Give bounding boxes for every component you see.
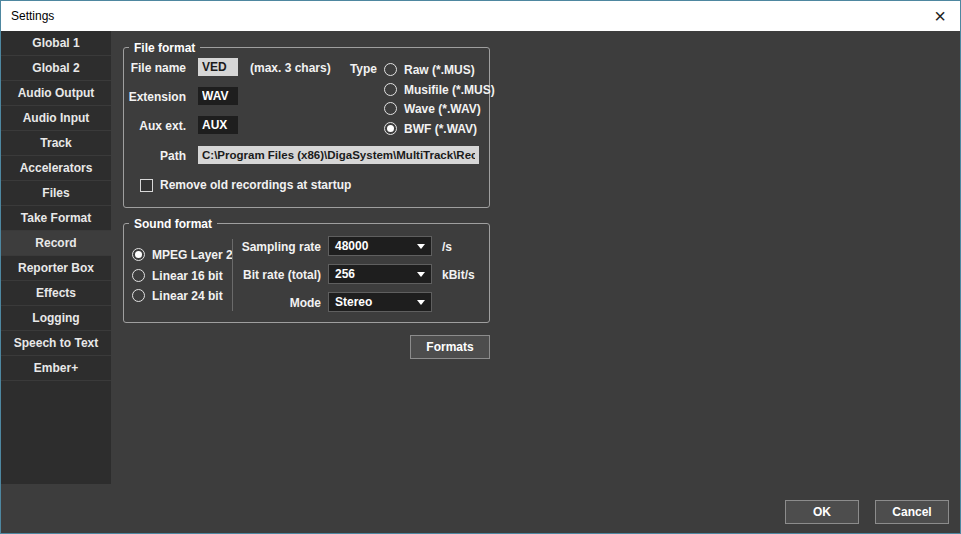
sampling-rate-label: Sampling rate <box>231 240 321 254</box>
cancel-button[interactable]: Cancel <box>875 500 949 524</box>
sidebar-item-reporter-box[interactable]: Reporter Box <box>1 256 111 281</box>
mode-label: Mode <box>231 296 321 310</box>
file-name-hint: (max. 3 chars) <box>250 61 331 75</box>
sidebar-item-logging[interactable]: Logging <box>1 306 111 331</box>
sidebar-item-global-2[interactable]: Global 2 <box>1 56 111 81</box>
file-name-input[interactable] <box>198 58 238 76</box>
sidebar-item-global-1[interactable]: Global 1 <box>1 31 111 56</box>
sidebar-item-take-format[interactable]: Take Format <box>1 206 111 231</box>
title-bar: Settings × <box>1 1 960 31</box>
radio-icon <box>384 63 397 76</box>
bit-rate-label: Bit rate (total) <box>231 268 321 282</box>
formats-button[interactable]: Formats <box>410 335 490 359</box>
radio-bwf-wav[interactable]: BWF (*.WAV) <box>384 121 477 136</box>
sidebar-item-speech-to-text[interactable]: Speech to Text <box>1 331 111 356</box>
ok-button[interactable]: OK <box>785 500 859 524</box>
sidebar: Global 1 Global 2 Audio Output Audio Inp… <box>1 31 111 484</box>
mode-select[interactable]: Stereo <box>328 292 432 312</box>
radio-wave-wav[interactable]: Wave (*.WAV) <box>384 101 481 116</box>
radio-icon <box>384 83 397 96</box>
sampling-rate-suffix: /s <box>442 240 452 254</box>
bit-rate-select[interactable]: 256 <box>328 264 432 284</box>
radio-icon <box>132 248 145 261</box>
chevron-down-icon <box>417 272 425 277</box>
sidebar-item-accelerators[interactable]: Accelerators <box>1 156 111 181</box>
radio-raw-mus[interactable]: Raw (*.MUS) <box>384 62 475 77</box>
bit-rate-suffix: kBit/s <box>442 268 475 282</box>
file-format-caption: File format <box>129 41 200 55</box>
extension-input[interactable] <box>198 87 238 105</box>
radio-icon <box>132 269 145 282</box>
sidebar-item-files[interactable]: Files <box>1 181 111 206</box>
radio-mpeg-layer-2[interactable]: MPEG Layer 2 <box>132 247 233 262</box>
checkbox-icon <box>140 179 153 192</box>
aux-ext-label: Aux ext. <box>113 119 186 133</box>
file-name-label: File name <box>113 61 186 75</box>
path-label: Path <box>113 149 186 163</box>
radio-musifile-mus[interactable]: Musifile (*.MUS) <box>384 82 495 97</box>
aux-ext-input[interactable] <box>198 116 238 134</box>
sidebar-item-effects[interactable]: Effects <box>1 281 111 306</box>
close-icon[interactable]: × <box>934 3 946 29</box>
sidebar-item-ember[interactable]: Ember+ <box>1 356 111 381</box>
radio-icon <box>384 102 397 115</box>
settings-window: Settings × Global 1 Global 2 Audio Outpu… <box>0 0 961 534</box>
sidebar-item-record[interactable]: Record <box>1 231 111 256</box>
type-label: Type <box>331 62 377 76</box>
sidebar-item-track[interactable]: Track <box>1 131 111 156</box>
radio-icon <box>132 289 145 302</box>
remove-old-recordings-checkbox[interactable]: Remove old recordings at startup <box>140 178 351 192</box>
chevron-down-icon <box>417 244 425 249</box>
chevron-down-icon <box>417 300 425 305</box>
window-title: Settings <box>11 9 54 23</box>
radio-linear-16-bit[interactable]: Linear 16 bit <box>132 268 223 283</box>
sidebar-item-audio-input[interactable]: Audio Input <box>1 106 111 131</box>
sidebar-item-audio-output[interactable]: Audio Output <box>1 81 111 106</box>
path-input[interactable] <box>198 146 479 164</box>
extension-label: Extension <box>113 90 186 104</box>
radio-linear-24-bit[interactable]: Linear 24 bit <box>132 288 223 303</box>
sound-format-caption: Sound format <box>129 217 217 231</box>
sampling-rate-select[interactable]: 48000 <box>328 236 432 256</box>
radio-icon <box>384 122 397 135</box>
